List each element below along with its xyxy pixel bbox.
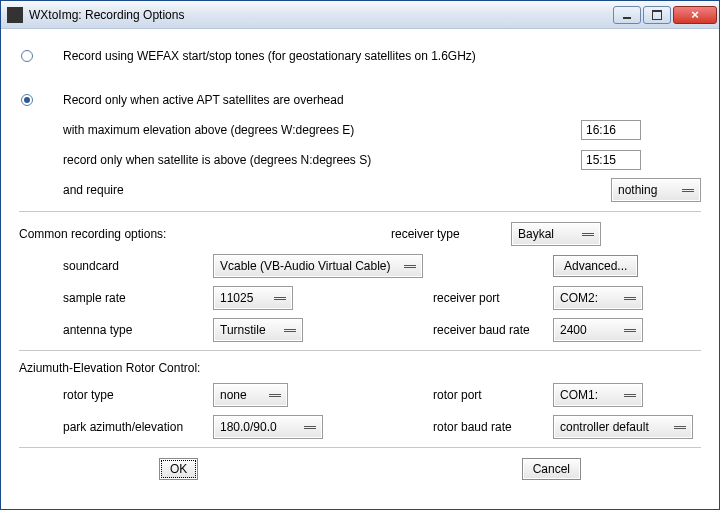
receiver-type-dropdown[interactable]: Baykal bbox=[511, 222, 601, 246]
satellite-above-label: record only when satellite is above (deg… bbox=[63, 153, 581, 167]
park-azimuth-dropdown[interactable]: 180.0/90.0 bbox=[213, 415, 323, 439]
rotor-port-dropdown[interactable]: COM1: bbox=[553, 383, 643, 407]
antenna-type-dropdown[interactable]: Turnstile bbox=[213, 318, 303, 342]
receiver-baud-dropdown[interactable]: 2400 bbox=[553, 318, 643, 342]
rotor-type-dropdown[interactable]: none bbox=[213, 383, 288, 407]
park-azimuth-label: park azimuth/elevation bbox=[63, 420, 213, 434]
chevron-down-icon bbox=[624, 297, 636, 300]
chevron-down-icon bbox=[682, 189, 694, 192]
rotor-baud-label: rotor baud rate bbox=[433, 420, 553, 434]
ok-button[interactable]: OK bbox=[159, 458, 198, 480]
sample-rate-dropdown[interactable]: 11025 bbox=[213, 286, 293, 310]
radio-wefax[interactable] bbox=[21, 50, 33, 62]
receiver-port-dropdown[interactable]: COM2: bbox=[553, 286, 643, 310]
rotor-port-label: rotor port bbox=[433, 388, 553, 402]
sample-rate-label: sample rate bbox=[63, 291, 213, 305]
soundcard-dropdown[interactable]: Vcable (VB-Audio Virtual Cable) bbox=[213, 254, 423, 278]
max-elevation-input[interactable]: 16:16 bbox=[581, 120, 641, 140]
rotor-type-label: rotor type bbox=[63, 388, 213, 402]
chevron-down-icon bbox=[269, 394, 281, 397]
window-title: WXtoImg: Recording Options bbox=[29, 8, 613, 22]
receiver-port-label: receiver port bbox=[433, 291, 553, 305]
radio-apt[interactable] bbox=[21, 94, 33, 106]
chevron-down-icon bbox=[284, 329, 296, 332]
chevron-down-icon bbox=[582, 233, 594, 236]
minimize-button[interactable] bbox=[613, 6, 641, 24]
chevron-down-icon bbox=[674, 426, 686, 429]
rotor-heading: Aziumuth-Elevation Rotor Control: bbox=[19, 361, 701, 375]
chevron-down-icon bbox=[274, 297, 286, 300]
common-heading: Common recording options: bbox=[19, 227, 166, 241]
chevron-down-icon bbox=[624, 394, 636, 397]
recording-options-dialog: WXtoImg: Recording Options × Record usin… bbox=[0, 0, 720, 510]
chevron-down-icon bbox=[404, 265, 416, 268]
radio-apt-label: Record only when active APT satellites a… bbox=[63, 93, 344, 107]
chevron-down-icon bbox=[624, 329, 636, 332]
cancel-button[interactable]: Cancel bbox=[522, 458, 581, 480]
require-label: and require bbox=[63, 183, 611, 197]
titlebar[interactable]: WXtoImg: Recording Options × bbox=[1, 1, 719, 29]
app-icon bbox=[7, 7, 23, 23]
chevron-down-icon bbox=[304, 426, 316, 429]
rotor-baud-dropdown[interactable]: controller default bbox=[553, 415, 693, 439]
max-elevation-label: with maximum elevation above (degrees W:… bbox=[63, 123, 581, 137]
maximize-button[interactable] bbox=[643, 6, 671, 24]
receiver-baud-label: receiver baud rate bbox=[433, 323, 553, 337]
advanced-button[interactable]: Advanced... bbox=[553, 255, 638, 277]
require-dropdown[interactable]: nothing bbox=[611, 178, 701, 202]
receiver-type-label: receiver type bbox=[391, 227, 511, 241]
soundcard-label: soundcard bbox=[63, 259, 213, 273]
close-button[interactable]: × bbox=[673, 6, 717, 24]
radio-wefax-label: Record using WEFAX start/stop tones (for… bbox=[63, 49, 476, 63]
satellite-above-input[interactable]: 15:15 bbox=[581, 150, 641, 170]
antenna-type-label: antenna type bbox=[63, 323, 213, 337]
